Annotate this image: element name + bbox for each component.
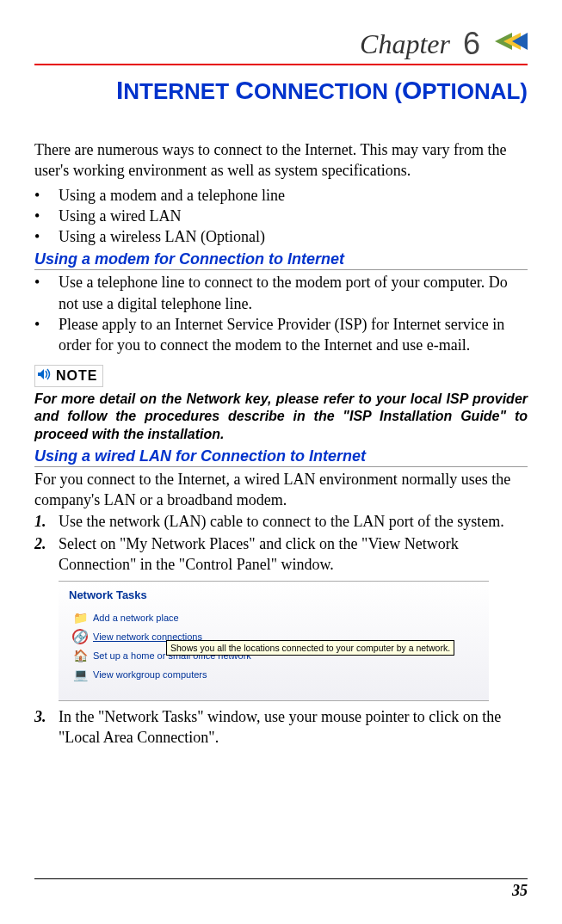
note-label: NOTE xyxy=(56,368,97,384)
task-item: 📁 Add a network place xyxy=(72,610,482,625)
page-title: INTERNET CONNECTION (OPTIONAL) xyxy=(34,76,528,105)
step-number: 1. xyxy=(34,511,46,532)
title-onnection: ONNECTION xyxy=(254,78,394,104)
list-item: Using a wireless LAN (Optional) xyxy=(34,226,528,247)
list-item: Using a modem and a telephone line xyxy=(34,185,528,206)
arrow-icon xyxy=(493,28,528,60)
panel-title: Network Tasks xyxy=(69,588,482,601)
step-item: 2.Select on "My Network Places" and clic… xyxy=(34,533,528,576)
title-ptional: PTIONAL xyxy=(422,78,520,104)
title-cap-c: C xyxy=(235,76,254,104)
page-footer: 35 xyxy=(34,878,528,900)
title-cap-o: O xyxy=(402,76,422,104)
title-nternet: NTERNET xyxy=(123,78,235,104)
main-bullet-list: Using a modem and a telephone line Using… xyxy=(34,185,528,248)
task-label: View workgroup computers xyxy=(93,669,207,680)
title-paren-open: ( xyxy=(394,78,402,104)
tooltip: Shows you all the locations connected to… xyxy=(166,640,454,656)
section-heading-lan: Using a wired LAN for Connection to Inte… xyxy=(34,447,528,467)
speaker-icon xyxy=(37,367,52,385)
step-number: 3. xyxy=(34,706,46,727)
setup-icon: 🏠 xyxy=(72,648,88,663)
list-item: Please apply to an Internet Service Prov… xyxy=(34,314,528,356)
intro-paragraph: There are numerous ways to connect to th… xyxy=(34,139,528,182)
add-place-icon: 📁 xyxy=(72,610,88,625)
list-item: Using a wired LAN xyxy=(34,206,528,226)
step-item: 1.Use the network (LAN) cable to connect… xyxy=(34,511,528,532)
note-text: For more detail on the Network key, plea… xyxy=(34,391,528,444)
task-label: Add a network place xyxy=(93,613,179,623)
section-heading-modem: Using a modem for Connection to Internet xyxy=(34,250,528,270)
task-item: 💻 View workgroup computers xyxy=(72,667,482,682)
lan-intro: For you connect to the Internet, a wired… xyxy=(34,469,528,511)
network-icon: 🔗 xyxy=(72,629,88,644)
lan-steps: 1.Use the network (LAN) cable to connect… xyxy=(34,511,528,576)
step-number: 2. xyxy=(34,533,46,554)
modem-bullet-list: Use a telephone line to connect to the m… xyxy=(34,272,528,355)
network-tasks-screenshot: Network Tasks 📁 Add a network place 🔗 Vi… xyxy=(59,581,489,701)
red-divider xyxy=(34,64,528,65)
step-item: 3.In the "Network Tasks" window, use you… xyxy=(34,706,528,748)
page-number: 35 xyxy=(512,882,528,899)
step-text: Use the network (LAN) cable to connect t… xyxy=(59,513,504,530)
title-paren-close: ) xyxy=(520,78,528,104)
list-item: Use a telephone line to connect to the m… xyxy=(34,272,528,314)
chapter-number: 6 xyxy=(463,26,480,62)
workgroup-icon: 💻 xyxy=(72,667,88,682)
chapter-header: Chapter 6 xyxy=(34,26,528,62)
note-badge: NOTE xyxy=(34,365,103,387)
lan-steps-continued: 3.In the "Network Tasks" window, use you… xyxy=(34,706,528,748)
chapter-label: Chapter xyxy=(360,28,450,60)
step-text: In the "Network Tasks" window, use your … xyxy=(59,708,501,746)
step-text: Select on "My Network Places" and click … xyxy=(59,535,459,573)
